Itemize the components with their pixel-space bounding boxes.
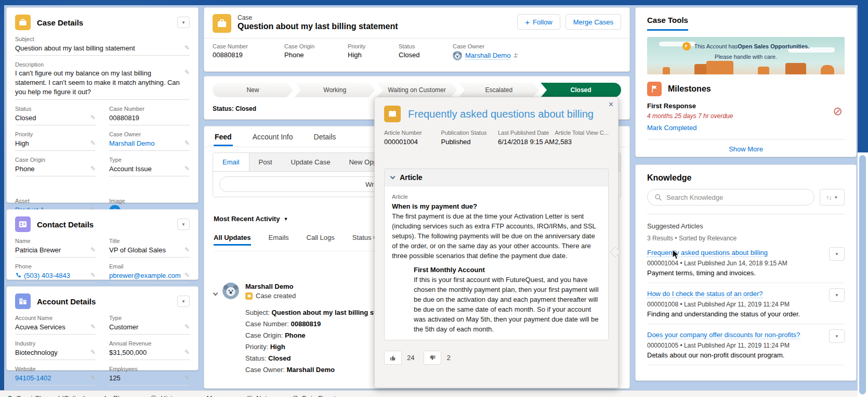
edit-icon[interactable]: ✎ bbox=[181, 323, 190, 330]
edit-icon[interactable]: ✎ bbox=[87, 246, 96, 253]
edit-icon[interactable]: ✎ bbox=[87, 272, 96, 279]
case-tools-card: Case Tools This Account has Open Sales O… bbox=[635, 7, 857, 157]
edit-icon[interactable]: ✎ bbox=[87, 374, 96, 381]
thumbs-down-button[interactable] bbox=[424, 351, 441, 365]
field-case-owner: Case Owner Marshall Demo✎ bbox=[109, 130, 190, 151]
header-field-case-number: Case Number 00880819 bbox=[213, 43, 271, 60]
dislike-count: 2 bbox=[446, 354, 450, 362]
chevron-down-icon: ▼ bbox=[834, 195, 838, 200]
edit-icon[interactable]: ✎ bbox=[181, 69, 190, 76]
edit-icon[interactable]: ✎ bbox=[181, 44, 190, 52]
field-account-name: Account Name Acuvea Services✎ bbox=[15, 314, 96, 335]
thumbs-up-button[interactable] bbox=[384, 351, 402, 365]
violation-icon: ⊘ bbox=[833, 106, 843, 117]
article-actions-button[interactable]: ▼ bbox=[829, 288, 845, 302]
composer-tab-post[interactable]: Post bbox=[249, 153, 282, 171]
path-stage-new[interactable]: New bbox=[213, 83, 293, 97]
edit-icon[interactable]: ✎ bbox=[87, 323, 96, 330]
article-actions-button[interactable]: ▼ bbox=[829, 247, 845, 261]
article-link[interactable]: How do I check the status of an order? bbox=[647, 290, 763, 298]
search-input[interactable] bbox=[666, 189, 783, 205]
filter-call-logs[interactable]: Call Logs bbox=[307, 234, 335, 246]
scrollbar-thumb[interactable] bbox=[859, 155, 866, 394]
card-menu-button[interactable]: ▼ bbox=[177, 296, 190, 307]
change-owner-icon[interactable] bbox=[513, 53, 519, 59]
utility-notes[interactable]: Notes bbox=[246, 394, 274, 397]
contact-details-card: Contact Details ▼ Name Patricia Brewer✎ … bbox=[6, 209, 199, 280]
like-count: 24 bbox=[407, 354, 414, 362]
path-stage-escalated[interactable]: Escalated bbox=[458, 83, 539, 97]
app-window: Case Details ▼ Subject Question about my… bbox=[0, 0, 868, 397]
article-subheading: First Monthly Account bbox=[414, 266, 601, 274]
filter-all-updates[interactable]: All Updates bbox=[214, 234, 251, 246]
note-icon bbox=[246, 395, 253, 397]
article-actions-button[interactable]: ▼ bbox=[829, 329, 845, 343]
article-field-label: Article bbox=[392, 194, 408, 200]
email-link[interactable]: pbrewer@example.com bbox=[109, 272, 180, 279]
close-icon[interactable]: × bbox=[609, 100, 613, 109]
case-owner-link[interactable]: Marshall Demo bbox=[465, 52, 510, 60]
card-menu-button[interactable]: ▼ bbox=[177, 219, 190, 230]
rock-decoration bbox=[706, 61, 733, 74]
tab-account-info[interactable]: Account Info bbox=[252, 127, 294, 146]
avatar[interactable] bbox=[222, 283, 239, 299]
card-menu-button[interactable]: ▼ bbox=[177, 17, 190, 28]
case-details-card: Case Details ▼ Subject Question about my… bbox=[6, 7, 199, 203]
collapse-chevron-icon[interactable] bbox=[214, 288, 217, 376]
utility-phone[interactable]: Phone bbox=[103, 394, 133, 397]
tab-case-tools[interactable]: Case Tools bbox=[647, 16, 688, 31]
merge-cases-button[interactable]: Merge Cases bbox=[565, 14, 621, 30]
article-description: Finding and understanding the status of … bbox=[647, 310, 822, 318]
field-description: Description I can't figure out my balanc… bbox=[15, 60, 190, 100]
suggested-article: Does your company offer discounts for no… bbox=[647, 324, 845, 365]
path-stage-closed[interactable]: Closed bbox=[541, 83, 621, 97]
utility-data-reset[interactable]: Data Reset bbox=[292, 394, 336, 397]
utility-omni-channel[interactable]: Omni-Channel (Online) bbox=[7, 394, 86, 397]
sort-button[interactable]: ↑↓▼ bbox=[820, 189, 845, 206]
phone-link[interactable]: (503) 403-4843 bbox=[24, 272, 70, 279]
article-link[interactable]: Does your company offer discounts for no… bbox=[647, 331, 800, 339]
path-stage-working[interactable]: Working bbox=[295, 83, 375, 97]
edit-icon[interactable]: ✎ bbox=[87, 349, 96, 356]
edit-icon[interactable]: ✎ bbox=[87, 165, 96, 172]
milestones-title: Milestones bbox=[668, 84, 711, 94]
rock-decoration bbox=[821, 65, 834, 74]
composer-tab-email[interactable]: Email bbox=[213, 153, 249, 171]
website-link[interactable]: 94105-1402 bbox=[15, 374, 51, 382]
feed-item-case-created: Marshall Demo Case created Subject: Ques… bbox=[214, 283, 402, 376]
case-owner-link[interactable]: Marshall Demo bbox=[109, 139, 154, 147]
edit-icon[interactable]: ✎ bbox=[181, 374, 190, 381]
edit-icon[interactable]: ✎ bbox=[87, 139, 96, 147]
tab-feed[interactable]: Feed bbox=[214, 127, 233, 146]
mark-completed-link[interactable]: Mark Completed bbox=[647, 124, 845, 132]
field-employees: Employees 125✎ bbox=[109, 365, 190, 386]
utility-macros[interactable]: » Macros bbox=[200, 394, 229, 397]
results-count: 3 Results • Sorted by Relevance bbox=[647, 235, 845, 242]
edit-icon[interactable]: ✎ bbox=[181, 349, 190, 356]
field-industry: Industry Biotechnology✎ bbox=[15, 339, 96, 360]
edit-icon[interactable]: ✎ bbox=[181, 246, 190, 253]
header-field-case-origin: Case Origin Phone bbox=[284, 43, 334, 60]
utility-history[interactable]: History bbox=[150, 394, 181, 397]
filter-emails[interactable]: Emails bbox=[269, 234, 289, 246]
field-annual-revenue: Annual Revenue $31,500,000✎ bbox=[109, 339, 190, 360]
article-link[interactable]: Frequently asked questions about billing bbox=[647, 249, 768, 257]
path-stage-waiting[interactable]: Waiting on Customer bbox=[377, 83, 457, 97]
activity-sort-dropdown[interactable]: Most Recent Activity▼ bbox=[214, 215, 288, 223]
article-description: Details about our non-profit discount pr… bbox=[647, 351, 822, 359]
edit-icon[interactable]: ✎ bbox=[181, 165, 190, 172]
edit-icon[interactable]: ✎ bbox=[87, 114, 96, 121]
field-account-type: Type Customer✎ bbox=[109, 314, 190, 335]
edit-icon[interactable]: ✎ bbox=[181, 272, 190, 279]
article-section-header[interactable]: Article bbox=[385, 169, 608, 186]
popup-field-last-published: Last Published Date 6/14/2018 9:15 AM bbox=[498, 130, 555, 146]
edit-icon[interactable]: ✎ bbox=[181, 139, 190, 147]
rock-decoration bbox=[785, 63, 806, 74]
article-paragraph: If this is your first account with Futur… bbox=[414, 275, 601, 334]
tab-details[interactable]: Details bbox=[313, 127, 337, 146]
article-title-link[interactable]: Frequently asked questions about billing bbox=[408, 108, 594, 120]
follow-button[interactable]: + Follow bbox=[517, 14, 560, 30]
composer-tab-update-case[interactable]: Update Case bbox=[282, 153, 340, 171]
show-more-link[interactable]: Show More bbox=[647, 145, 845, 153]
scrollbar-track[interactable] bbox=[858, 152, 868, 397]
